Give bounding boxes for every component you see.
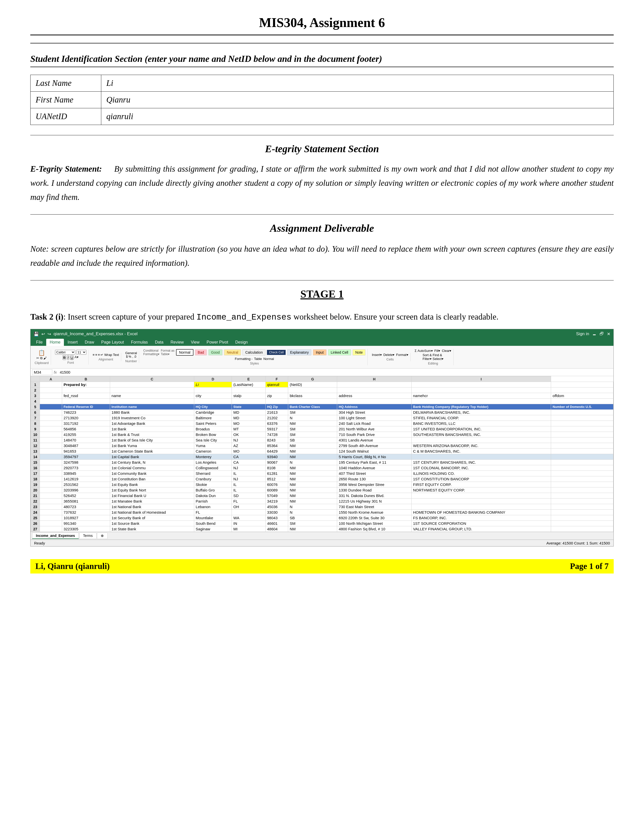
cell[interactable] [194, 399, 232, 404]
cell[interactable]: 1st Cameron State Bank [110, 449, 194, 454]
cell[interactable]: Lebanon [194, 504, 232, 510]
cell[interactable]: Sherrard [194, 471, 232, 476]
cell[interactable]: 941653 [62, 449, 110, 454]
cell[interactable]: namehcr [411, 393, 551, 399]
name-box[interactable]: M34 [32, 369, 52, 375]
cell[interactable]: CA [232, 460, 266, 465]
cell[interactable] [551, 382, 613, 388]
cell[interactable]: Los Angeles [194, 460, 232, 465]
sheet-tab-terms[interactable]: Terms [79, 532, 97, 539]
cell[interactable]: 201 North Wilbur Ave [337, 426, 411, 432]
italic-button[interactable]: I [67, 355, 69, 360]
style-bad[interactable]: Bad [195, 349, 207, 355]
tab-page-layout[interactable]: Page Layout [98, 339, 127, 346]
cell[interactable]: C & M BANCSHARES, INC. [411, 449, 551, 454]
cell[interactable]: Skokie [194, 482, 232, 487]
cell[interactable] [40, 399, 62, 404]
cell[interactable]: 61281 [266, 471, 288, 476]
cell[interactable] [40, 421, 62, 426]
cell[interactable]: 1919 Investment Co [110, 415, 194, 421]
underline-button[interactable]: U [70, 355, 74, 360]
cell[interactable]: 63376 [266, 421, 288, 426]
cell[interactable]: 1st Security Bank of [110, 515, 194, 521]
cell[interactable]: South Bend [194, 521, 232, 526]
cell[interactable] [40, 471, 62, 476]
cell[interactable]: HOMETOWN OF HOMESTEAD BANKING COMPANY [411, 510, 551, 515]
cell[interactable]: 8512 [266, 476, 288, 482]
cell[interactable]: Bank Holding Company (Regulatory Top Hol… [411, 404, 551, 410]
cell[interactable]: 3594797 [62, 454, 110, 460]
cell[interactable]: Mountlake [194, 515, 232, 521]
cell[interactable] [411, 493, 551, 499]
cell[interactable]: Yuma [194, 443, 232, 449]
cell[interactable]: NM [288, 471, 337, 476]
cell[interactable]: 1st Bank of Sea Isle City [110, 437, 194, 443]
cell[interactable] [40, 449, 62, 454]
cell[interactable]: 1st National Bank [110, 504, 194, 510]
cell[interactable]: 1880 Bank [110, 410, 194, 415]
fill-button[interactable]: Fill▾ [435, 349, 440, 353]
format-button[interactable]: Format▾ [396, 353, 408, 357]
cell[interactable]: 730 East Main Street [337, 504, 411, 510]
cell[interactable]: Saginaw [194, 526, 232, 532]
cell[interactable]: NM [288, 449, 337, 454]
cell[interactable]: offdom [551, 393, 613, 399]
cell[interactable]: 21202 [266, 415, 288, 421]
cell[interactable] [110, 382, 194, 388]
cell[interactable] [411, 388, 551, 393]
cell[interactable]: 2713920 [62, 415, 110, 421]
cell[interactable]: 419255 [62, 432, 110, 437]
style-input[interactable]: Input [313, 349, 326, 355]
cell[interactable]: MO [232, 449, 266, 454]
cell[interactable] [411, 454, 551, 460]
cell[interactable]: NJ [232, 465, 266, 471]
autosum-button[interactable]: Σ AutoSum▾ [415, 349, 433, 353]
cell[interactable]: STIFEL FINANCIAL CORP. [411, 415, 551, 421]
tab-draw[interactable]: Draw [81, 339, 98, 346]
cell[interactable] [337, 388, 411, 393]
cell[interactable]: 1ST CENTURY BANCSHARES, INC. [411, 460, 551, 465]
cell[interactable]: 2531562 [62, 482, 110, 487]
cell[interactable]: NORTHWEST EQUITY CORP. [411, 487, 551, 493]
tab-design[interactable]: Design [232, 339, 251, 346]
cell[interactable]: HQ Address [337, 404, 411, 410]
cell[interactable]: 1018927 [62, 515, 110, 521]
cell[interactable]: 991340 [62, 521, 110, 526]
cell[interactable]: NM [288, 476, 337, 482]
cell[interactable]: 100 North Michigan Street [337, 521, 411, 526]
cell[interactable]: Baltimore [194, 415, 232, 421]
cell[interactable] [337, 382, 411, 388]
cell[interactable]: 1ST COLONIAL BANCORP, INC. [411, 465, 551, 471]
cell[interactable]: Cambridge [194, 410, 232, 415]
style-linked[interactable]: Linked Cell [328, 349, 351, 355]
cell[interactable]: OK [232, 432, 266, 437]
cell[interactable]: 1550 North Krome Avenue [337, 510, 411, 515]
cell[interactable]: 3247598 [62, 460, 110, 465]
cell[interactable] [551, 460, 613, 465]
cell[interactable] [551, 493, 613, 499]
cell[interactable]: MO [232, 421, 266, 426]
cell[interactable]: NM [288, 421, 337, 426]
cell[interactable]: 100 Light Street [337, 415, 411, 421]
cell[interactable]: NM [288, 443, 337, 449]
cell[interactable]: SD [232, 493, 266, 499]
cell[interactable]: 85364 [266, 443, 288, 449]
cell[interactable]: IL [232, 482, 266, 487]
cell[interactable] [551, 449, 613, 454]
format-as-table-btn[interactable]: Format asTable▾ [161, 349, 174, 356]
cell[interactable] [40, 460, 62, 465]
cell[interactable]: SOUTHEASTERN BANCSHARES, INC. [411, 432, 551, 437]
cell[interactable] [40, 410, 62, 415]
sort-filter-button[interactable]: Sort & Find &Filter▾ Select▾ [422, 353, 443, 361]
cell[interactable] [40, 426, 62, 432]
cell[interactable]: 90067 [266, 460, 288, 465]
cell[interactable] [62, 388, 110, 393]
cell[interactable] [40, 515, 62, 521]
copy-button[interactable]: ⧉ [40, 356, 42, 360]
cell[interactable]: Cameron [194, 449, 232, 454]
cell[interactable]: State [232, 404, 266, 410]
cell[interactable]: MT [232, 426, 266, 432]
cell[interactable]: 4800 Fashion Sq Blvd, # 10 [337, 526, 411, 532]
cell[interactable]: 1ST CONSTITUTION BANCORP [411, 476, 551, 482]
cell[interactable] [551, 510, 613, 515]
